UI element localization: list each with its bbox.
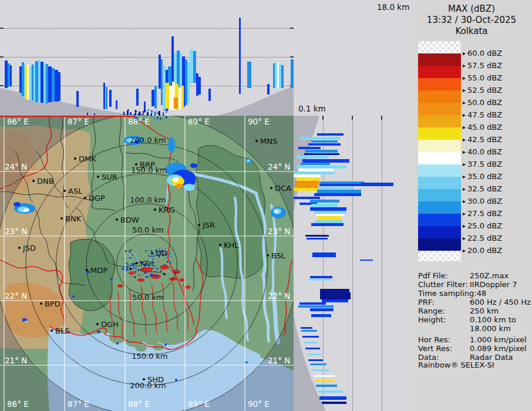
district-forest-west [69, 239, 115, 311]
clutter-speckle [171, 250, 171, 250]
clutter-speckle [139, 112, 141, 113]
city-dot [151, 252, 153, 254]
metadata-value: 250Z.max [470, 271, 509, 280]
height-profile-right-panel[interactable] [294, 116, 411, 411]
echo-bar [136, 89, 139, 106]
clutter-speckle [156, 267, 157, 268]
echo-bar [301, 163, 330, 165]
clutter-speckle [147, 110, 149, 112]
echo-bar [22, 62, 24, 96]
echo-bar [185, 59, 187, 105]
echo-bar [311, 369, 329, 371]
echo-bar [279, 64, 281, 88]
echo-bar [297, 156, 329, 159]
clutter-speckle [131, 277, 132, 278]
echo-bar [208, 89, 211, 101]
echo-bar [301, 330, 317, 332]
clutter-speckle [174, 272, 175, 272]
clutter-speckle [125, 251, 127, 252]
echo-blob [150, 274, 153, 276]
city-dot [18, 247, 21, 249]
echo-bar [8, 63, 10, 87]
city-label: KRG [159, 206, 175, 214]
echo-bar [312, 252, 336, 257]
height-profile-top-panel[interactable] [0, 0, 294, 116]
legend-label-row: ▸45.0 dBZ [463, 123, 502, 132]
echo-blob [247, 160, 250, 162]
range-ring-label: 150.0 km [132, 352, 168, 361]
radar-app-window: 18.0 km 0.1 km [0, 0, 532, 411]
metadata-row: Range:250 km [418, 306, 531, 315]
clutter-speckle [155, 275, 157, 277]
clutter-speckle [170, 271, 171, 272]
echo-bar [169, 86, 172, 110]
legend-label-row: ▸47.5 dBZ [463, 110, 502, 120]
metadata-row: Hor Res:1.000 km/pixel [418, 335, 531, 344]
echo-bar [319, 184, 393, 186]
clutter-speckle [143, 112, 144, 112]
color-band [418, 214, 461, 226]
clutter-speckle [153, 255, 154, 256]
echo-bar [52, 68, 55, 102]
echo-bar [318, 187, 353, 190]
clutter-speckle [143, 274, 143, 275]
echo-bar [314, 375, 335, 377]
legend-arrow-icon: ▸ [463, 173, 466, 180]
city-label: MDP [90, 266, 107, 275]
echo-blob [97, 331, 100, 333]
echo-bar [302, 159, 349, 163]
echo-bar [311, 223, 344, 226]
color-band [418, 127, 461, 140]
blind-cone-right [216, 86, 294, 116]
legend-label-row: ▸32.5 dBZ [463, 184, 502, 194]
city-dot [143, 378, 145, 380]
clutter-speckle [130, 265, 132, 266]
clutter-speckle [153, 110, 154, 112]
city-dot [63, 190, 66, 192]
checker-band-high [418, 41, 461, 53]
city-dot [32, 180, 35, 182]
echo-bar [277, 63, 279, 88]
echo-bar [193, 51, 196, 83]
legend-arrow-icon: ▸ [463, 62, 466, 69]
clutter-speckle [134, 111, 136, 112]
clutter-speckle [143, 269, 144, 270]
clutter-speckle [144, 110, 146, 111]
software-brand: Rainbow® SELEX-SI [418, 361, 494, 369]
color-scale [418, 41, 461, 261]
latitude-label: 24° N [268, 162, 290, 171]
clutter-speckle [134, 277, 136, 278]
legend-label-row: ▸25.0 dBZ [463, 221, 502, 231]
echo-bar [55, 70, 58, 102]
clutter-speckle [141, 271, 142, 271]
clutter-speckle [129, 251, 130, 252]
echo-bar [317, 216, 342, 220]
echo-blob [275, 210, 278, 213]
echo-bar [316, 385, 337, 387]
legend-threshold-label: 55.0 dBZ [467, 73, 502, 82]
echo-bar [166, 83, 169, 109]
echo-blob [173, 177, 179, 182]
legend-threshold-label: 57.5 dBZ [467, 61, 502, 70]
clutter-speckle [144, 272, 146, 274]
echo-bar [318, 390, 343, 393]
clutter-speckle [167, 255, 169, 256]
longitude-label: 87° E [68, 117, 89, 126]
legend-arrow-icon: ▸ [463, 223, 466, 229]
metadata-label: Range: [418, 306, 445, 315]
clutter-speckle [162, 120, 163, 120]
echo-bar [38, 60, 41, 103]
radar-echo-bars-top [5, 18, 294, 116]
latitude-label: 21° N [268, 356, 290, 365]
legend-label-row: ▸60.0 dBZ [463, 49, 502, 58]
clutter-speckle [169, 271, 170, 272]
clutter-speckle [133, 265, 134, 267]
clutter-speckle [157, 268, 159, 270]
clutter-speckle [130, 255, 132, 256]
radar-map-panel[interactable]: DMKBRPMNSSURDNBASLDGPBNKBDWKRGJSRKHLDCAB… [0, 116, 294, 411]
clutter-speckle [166, 111, 167, 113]
legend-label-row: ▸27.5 dBZ [463, 209, 502, 218]
clutter-speckle [151, 116, 152, 117]
city-label: BNK [65, 214, 82, 223]
echo-bar [10, 65, 12, 86]
